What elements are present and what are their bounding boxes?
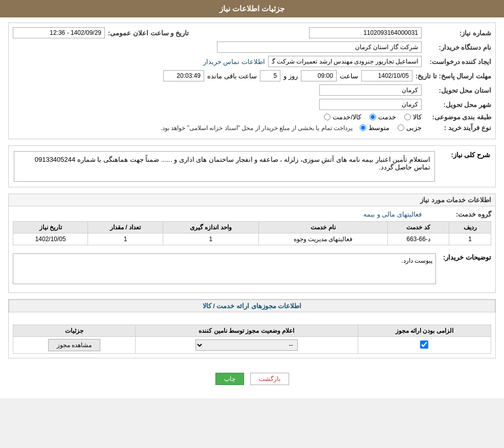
col-name: نام خدمت — [259, 222, 388, 233]
buyer-org-row: نام دستگاه خریدار: — [13, 41, 491, 53]
purchase-type-row: نوع فرآیند خرید : جزیی متوسط پرداخت تمام… — [13, 124, 491, 132]
cell-status: -- — [136, 337, 358, 354]
purchase-type-note: پرداخت تمام یا بخشی از مبلغ خریدار از مح… — [161, 124, 353, 132]
send-remaining-input[interactable] — [163, 70, 204, 81]
buyer-notes-text: پیوست دارد. — [401, 257, 432, 264]
page-header: جزئیات اطلاعات نیاز — [0, 0, 504, 17]
buyer-org-input[interactable] — [217, 41, 422, 53]
licenses-header[interactable]: اطلاعات مجوزهای ارائه خدمت / کالا — [9, 300, 495, 312]
creator-input[interactable] — [268, 56, 422, 67]
services-header: اطلاعات خدمات مورد نیاز — [9, 194, 495, 206]
creator-row: ایجاد کننده درخواست: اطلاعات تماس خریدار — [13, 56, 491, 67]
cell-unit: 1 — [163, 233, 258, 245]
purchase-type-label: نوع فرآیند خرید : — [425, 124, 491, 132]
datetime-input[interactable] — [13, 27, 105, 38]
status-select[interactable]: -- — [195, 339, 298, 351]
col-code: کد خدمت — [387, 222, 449, 233]
category-kala-radio[interactable] — [404, 114, 411, 120]
col-quantity: تعداد / مقدار — [88, 222, 163, 233]
purchase-jozii: جزیی — [398, 124, 422, 132]
cell-code: د-66-663 — [387, 233, 449, 245]
send-date-input[interactable] — [361, 70, 412, 81]
services-table-header-row: ردیف کد خدمت نام خدمت واحد اندازه گیری ت… — [13, 222, 491, 233]
services-section: اطلاعات خدمات مورد نیاز گروه خدمت: فعالی… — [8, 194, 496, 293]
purchase-motavasset: متوسط — [360, 124, 389, 132]
category-kala-khedmat: کالا/خدمت — [324, 113, 361, 121]
purchase-motavasset-radio[interactable] — [360, 124, 366, 131]
buyer-notes-box: پیوست دارد. — [13, 253, 436, 284]
buyer-notes-row: توضیحات خریدار: پیوست دارد. — [13, 249, 491, 288]
delivery-city-input[interactable] — [319, 99, 422, 110]
purchase-jozii-radio[interactable] — [398, 124, 404, 131]
need-number-input[interactable] — [309, 27, 422, 38]
buyer-org-label: نام دستگاه خریدار: — [425, 44, 491, 51]
purchase-jozii-label: جزیی — [406, 124, 422, 132]
need-description-section: شرح کلی نیاز: استعلام تأمین اعتبار بیمه … — [8, 145, 496, 187]
col-required: الزامی بودن ارائه مجوز — [358, 325, 491, 337]
cell-name: فعالیتهای مدیریت وجوه — [259, 233, 388, 245]
creator-label: ایجاد کننده درخواست: — [425, 58, 491, 66]
service-group-value[interactable]: فعالیتهای مالی و بیمه — [363, 210, 422, 218]
cell-required — [358, 337, 491, 354]
category-radio-group: کالا خدمت کالا/خدمت — [324, 113, 422, 121]
purchase-motavasset-label: متوسط — [368, 124, 389, 132]
footer-buttons: بازگشت چاپ — [8, 365, 496, 393]
list-item: -- مشاهده مجوز — [13, 337, 491, 354]
cell-quantity: 1 — [88, 233, 163, 245]
licenses-content: الزامی بودن ارائه مجوز اعلام وضعیت مجوز … — [9, 312, 495, 358]
category-label: طبقه بندی موضوعی: — [425, 113, 491, 121]
delivery-province-row: استان محل تحویل: — [13, 84, 491, 96]
col-date: تاریخ نیاز — [13, 222, 88, 233]
send-days-input[interactable] — [260, 70, 280, 81]
delivery-city-label: شهر محل تحویل: — [425, 101, 491, 109]
need-description-text: استعلام تأمین اعتبار بیمه نامه های آتش س… — [35, 156, 430, 171]
licenses-section: اطلاعات مجوزهای ارائه خدمت / کالا الزامی… — [8, 299, 496, 358]
category-kala-khedmat-label: کالا/خدمت — [333, 113, 361, 121]
services-table: ردیف کد خدمت نام خدمت واحد اندازه گیری ت… — [13, 221, 491, 245]
col-status: اعلام وضعیت مجوز توسط نامین کننده — [136, 325, 358, 337]
send-deadline-label: مهلت ارسال پاسخ: تا تاریخ: — [415, 72, 491, 80]
col-unit: واحد اندازه گیری — [163, 222, 258, 233]
need-description-label: شرح کلی نیاز: — [439, 151, 490, 159]
service-group-label: گروه خدمت: — [425, 210, 491, 218]
table-row: 1 د-66-663 فعالیتهای مدیریت وجوه 1 1 140… — [13, 233, 491, 245]
delivery-province-label: استان محل تحویل: — [425, 87, 491, 94]
cell-date: 1402/10/05 — [13, 233, 88, 245]
col-row: ردیف — [449, 222, 491, 233]
purchase-type-radio-group: جزیی متوسط — [360, 124, 422, 132]
cell-details: مشاهده مجوز — [13, 337, 136, 354]
send-deadline-row: مهلت ارسال پاسخ: تا تاریخ: ساعت روز و سا… — [13, 70, 491, 81]
required-checkbox[interactable] — [420, 340, 428, 349]
delivery-province-input[interactable] — [319, 84, 422, 96]
page-title: جزئیات اطلاعات نیاز — [220, 4, 284, 13]
cell-row: 1 — [449, 233, 491, 245]
delivery-city-row: شهر محل تحویل: — [13, 99, 491, 110]
need-number-row: شماره نیاز: تاریخ و ساعت اعلان عمومی: — [13, 27, 491, 38]
send-remaining-label: ساعت باقی مانده — [207, 72, 257, 80]
need-description-box: استعلام تأمین اعتبار بیمه نامه های آتش س… — [14, 151, 435, 182]
col-details: جزئیات — [13, 325, 136, 337]
licenses-table: الزامی بودن ارائه مجوز اعلام وضعیت مجوز … — [13, 325, 491, 354]
service-group-row: گروه خدمت: فعالیتهای مالی و بیمه — [13, 210, 491, 218]
category-khedmat: خدمت — [369, 113, 396, 121]
category-khedmat-label: خدمت — [378, 113, 396, 121]
send-days-label: روز و — [283, 72, 298, 80]
send-time-input[interactable] — [301, 70, 337, 81]
category-row: طبقه بندی موضوعی: کالا خدمت کالا/خدمت — [13, 113, 491, 121]
send-time-label: ساعت — [340, 72, 358, 80]
contact-link[interactable]: اطلاعات تماس خریدار — [203, 58, 265, 66]
back-button[interactable]: بازگشت — [250, 373, 289, 385]
category-khedmat-radio[interactable] — [369, 114, 376, 120]
licenses-header-row: الزامی بودن ارائه مجوز اعلام وضعیت مجوز … — [13, 325, 491, 337]
view-license-button[interactable]: مشاهده مجوز — [48, 339, 100, 351]
need-number-label: شماره نیاز: — [425, 29, 491, 37]
buyer-notes-label: توضیحات خریدار: — [440, 253, 491, 261]
category-kala: کالا — [404, 113, 422, 121]
main-info-section: شماره نیاز: تاریخ و ساعت اعلان عمومی: نا… — [8, 23, 496, 139]
datetime-label: تاریخ و ساعت اعلان عمومی: — [108, 29, 189, 37]
print-button[interactable]: چاپ — [215, 373, 244, 385]
category-kala-khedmat-radio[interactable] — [324, 114, 331, 120]
category-kala-label: کالا — [413, 113, 422, 121]
